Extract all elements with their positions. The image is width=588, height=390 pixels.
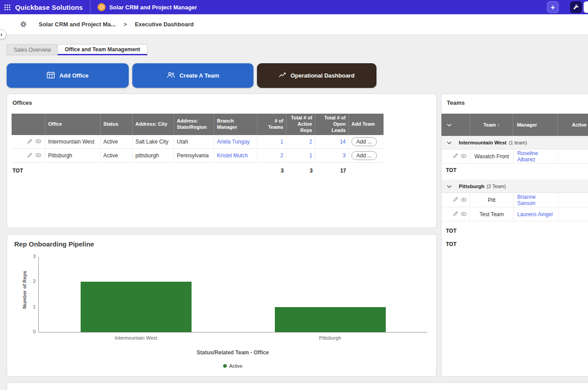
- chart-plot: Intermountain WestPittsburgh: [38, 257, 427, 333]
- active-reps-link[interactable]: 1: [309, 152, 312, 159]
- header-address-state: Address: State/Region: [174, 114, 214, 135]
- row-actions: [441, 193, 470, 207]
- tab-sales-overview[interactable]: Sales Overview: [7, 44, 57, 55]
- x-category-label: Intermountain West: [39, 335, 233, 341]
- offices-panel: Offices Office Status Address: City Addr…: [7, 94, 437, 228]
- manager-link[interactable]: Kristel Mutch: [217, 152, 248, 159]
- num-active-reps: 1: [286, 149, 315, 162]
- team-row-wasatch-front: Wasatch Front Roseline Albarez: [441, 149, 588, 164]
- team-manager-link[interactable]: Laurens Aingel: [517, 211, 552, 218]
- num-teams-link[interactable]: 2: [280, 152, 283, 159]
- group-total-row: TOT: [441, 164, 588, 177]
- view-eye-icon[interactable]: [35, 152, 41, 159]
- view-eye-icon[interactable]: [461, 153, 467, 160]
- group-total-row: TOT: [441, 224, 588, 238]
- open-leads-link[interactable]: 14: [340, 139, 346, 145]
- row-actions: [441, 207, 470, 221]
- app-grid-icon[interactable]: [0, 0, 14, 14]
- team-manager-link[interactable]: Brianne Sanson: [517, 194, 554, 206]
- office-name: Intermountain West: [45, 135, 101, 148]
- chart-x-axis-title: Status/Related Team - Office: [38, 349, 427, 356]
- view-eye-icon[interactable]: [35, 139, 41, 145]
- group-name: Pittsburgh: [459, 184, 485, 189]
- office-status: Active: [101, 135, 133, 148]
- offices-header-row: Office Status Address: City Address: Sta…: [12, 114, 384, 135]
- team-manager-link[interactable]: Roseline Albarez: [517, 150, 554, 163]
- header-office: Office: [45, 114, 101, 135]
- edit-pencil-icon[interactable]: [453, 197, 458, 203]
- header-team-sorted[interactable]: Team ↑: [470, 114, 514, 136]
- operational-dashboard-button[interactable]: Operational Dashboard: [257, 63, 376, 88]
- add-office-button[interactable]: Add Office: [7, 63, 129, 88]
- chart-legend: Active: [38, 363, 427, 369]
- header-total-open-leads: Total # of Open Leads: [315, 114, 349, 135]
- chevron-down-icon[interactable]: [447, 140, 452, 146]
- y-tick-label: 2: [25, 279, 36, 284]
- header-branch-manager: Branch Manager: [214, 114, 257, 135]
- team-name: Wasatch Front: [470, 149, 514, 163]
- top-bar: Quickbase Solutions Solar CRM and Projec…: [0, 0, 588, 14]
- brand-title: Quickbase Solutions: [15, 4, 83, 11]
- branch-manager-link: Kristel Mutch: [214, 149, 257, 162]
- num-teams-link[interactable]: 1: [280, 139, 283, 145]
- office-state: Pennsylvania: [174, 149, 214, 162]
- chart-bar-1: [275, 307, 386, 332]
- group-count: (2 Team): [487, 184, 506, 189]
- office-name: Pittsburgh: [45, 149, 101, 162]
- add-new-button[interactable]: +: [547, 1, 559, 13]
- num-teams: 2: [257, 149, 286, 162]
- team-group-pittsburgh[interactable]: Pittsburgh (2 Team): [441, 180, 588, 193]
- create-team-button[interactable]: Create A Team: [132, 63, 253, 88]
- num-open-leads: 3: [315, 149, 349, 162]
- add-office-label: Add Office: [59, 72, 89, 79]
- office-row-pittsburgh: Pittsburgh Active pittsburgh Pennsylvani…: [12, 149, 384, 163]
- header-blank: [12, 114, 45, 135]
- solar-app-icon: [98, 3, 106, 11]
- breadcrumb-app[interactable]: Solar CRM and Project Ma...: [39, 21, 116, 28]
- people-icon: [167, 72, 175, 80]
- offices-totals-row: TOT 3 3 17: [12, 164, 384, 177]
- num-active-reps: 2: [286, 135, 315, 148]
- total-active-reps: 3: [286, 164, 315, 177]
- dashboard-tabs: Sales Overview Office and Team Managemen…: [7, 44, 147, 55]
- header-status: Status: [101, 114, 133, 135]
- partial-right-button[interactable]: [584, 1, 588, 13]
- chart-y-ticks: 3210: [25, 257, 36, 333]
- collapse-all-chevron-icon[interactable]: [441, 114, 470, 136]
- add-team-button[interactable]: Add ...: [351, 151, 377, 160]
- y-tick-label: 3: [25, 254, 36, 259]
- office-row-intermountain-west: Intermountain West Active Salt Lake City…: [12, 135, 384, 149]
- chevron-down-icon[interactable]: [447, 183, 452, 189]
- view-eye-icon[interactable]: [461, 211, 467, 218]
- legend-label: Active: [229, 363, 243, 369]
- view-eye-icon[interactable]: [461, 197, 467, 203]
- add-team-button[interactable]: Add ...: [351, 137, 377, 146]
- breadcrumb-page[interactable]: Executive Dashboard: [135, 21, 194, 28]
- office-status: Active: [101, 149, 133, 162]
- total-open-leads: 17: [315, 164, 349, 177]
- grand-total-row: TOT: [441, 238, 588, 251]
- office-grid-icon: [47, 71, 55, 80]
- open-leads-link[interactable]: 3: [343, 152, 346, 159]
- edit-pencil-icon[interactable]: [27, 152, 33, 159]
- tab-office-team-management[interactable]: Office and Team Management: [57, 44, 147, 55]
- edit-pencil-icon[interactable]: [453, 153, 458, 160]
- header-manager: Manager: [513, 114, 558, 136]
- teams-header-row: Team ↑ Manager Active Reps: [441, 114, 588, 136]
- app-tab[interactable]: Solar CRM and Project Manager: [90, 0, 204, 14]
- team-row-pitt: Pitt Brianne Sanson: [441, 193, 588, 207]
- settings-gear-icon[interactable]: [20, 21, 27, 28]
- builder-tools-button[interactable]: [570, 1, 582, 13]
- team-group-intermountain-west[interactable]: Intermountain West (1 team): [441, 136, 588, 149]
- edit-pencil-icon[interactable]: [453, 211, 458, 218]
- row-actions: [12, 149, 45, 162]
- active-reps-link[interactable]: 2: [309, 139, 312, 145]
- num-teams: 1: [257, 135, 286, 148]
- manager-link[interactable]: Ariela Tungay: [217, 139, 249, 145]
- office-city: Salt Lake City: [133, 135, 174, 148]
- edit-pencil-icon[interactable]: [27, 139, 33, 145]
- action-buttons-row: Add Office Create A Team Operational Das…: [7, 63, 376, 88]
- team-name: Test Team: [470, 207, 514, 221]
- bottom-panel: [7, 382, 588, 390]
- y-tick-label: 1: [25, 304, 36, 309]
